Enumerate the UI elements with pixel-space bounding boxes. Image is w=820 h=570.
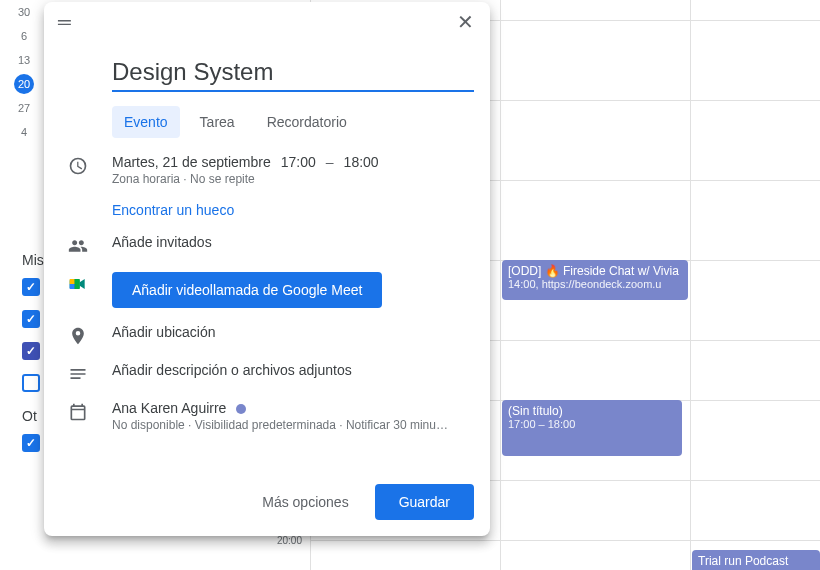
close-icon: ✕ xyxy=(457,11,474,33)
clock-icon xyxy=(60,154,96,176)
event-type-tabs: Evento Tarea Recordatorio xyxy=(112,106,474,138)
add-description-field[interactable]: Añadir descripción o archivos adjuntos xyxy=(112,362,474,378)
calendar-checkbox[interactable] xyxy=(22,434,40,452)
organizer-name: Ana Karen Aguirre xyxy=(112,400,226,416)
event-title-input[interactable] xyxy=(112,56,474,92)
my-calendars-heading: Mis xyxy=(22,252,44,268)
calendar-checkbox[interactable] xyxy=(22,342,40,360)
svg-marker-1 xyxy=(80,279,85,289)
calendar-list-sidebar: Mis Ot xyxy=(22,252,44,466)
svg-rect-2 xyxy=(70,279,75,284)
tab-event[interactable]: Evento xyxy=(112,106,180,138)
timezone-repeat-label[interactable]: Zona horaria · No se repite xyxy=(112,172,474,186)
save-button[interactable]: Guardar xyxy=(375,484,474,520)
organizer-settings: No disponible · Visibilidad predetermina… xyxy=(112,418,474,432)
description-icon xyxy=(60,362,96,384)
calendar-checkbox[interactable] xyxy=(22,374,40,392)
calendar-event[interactable]: [ODD] 🔥 Fireside Chat w/ Vivia 14:00, ht… xyxy=(502,260,688,300)
more-options-button[interactable]: Más opciones xyxy=(252,486,358,518)
other-calendars-heading: Ot xyxy=(22,408,44,424)
add-google-meet-button[interactable]: Añadir videollamada de Google Meet xyxy=(112,272,382,308)
people-icon xyxy=(60,234,96,256)
tab-task[interactable]: Tarea xyxy=(188,106,247,138)
event-start-time: 17:00 xyxy=(281,154,316,170)
tab-reminder[interactable]: Recordatorio xyxy=(255,106,359,138)
time-axis-label: 20:00 xyxy=(277,535,302,546)
add-guests-field[interactable]: Añade invitados xyxy=(112,234,474,250)
calendar-checkbox[interactable] xyxy=(22,310,40,328)
calendar-icon xyxy=(60,400,96,422)
event-end-time: 18:00 xyxy=(344,154,379,170)
add-location-field[interactable]: Añadir ubicación xyxy=(112,324,474,340)
meet-icon xyxy=(60,272,96,294)
svg-rect-3 xyxy=(70,284,75,289)
event-create-dialog: ═ ✕ Evento Tarea Recordatorio Martes, 21… xyxy=(44,2,490,536)
find-time-link[interactable]: Encontrar un hueco xyxy=(112,202,474,218)
calendar-event[interactable]: (Sin título) 17:00 – 18:00 xyxy=(502,400,682,456)
drag-handle-icon[interactable]: ═ xyxy=(52,8,77,37)
location-icon xyxy=(60,324,96,346)
calendar-checkbox[interactable] xyxy=(22,278,40,296)
svg-rect-4 xyxy=(75,279,80,289)
event-date: Martes, 21 de septiembre xyxy=(112,154,271,170)
close-button[interactable]: ✕ xyxy=(449,6,482,38)
organizer-row[interactable]: Ana Karen Aguirre No disponible · Visibi… xyxy=(112,400,474,432)
calendar-color-dot xyxy=(236,404,246,414)
datetime-row[interactable]: Martes, 21 de septiembre 17:00 – 18:00 xyxy=(112,154,474,170)
calendar-event[interactable]: Trial run Podcast 21:00 xyxy=(692,550,820,570)
mini-calendar[interactable]: 30 6 13 20 27 4 xyxy=(0,0,48,144)
